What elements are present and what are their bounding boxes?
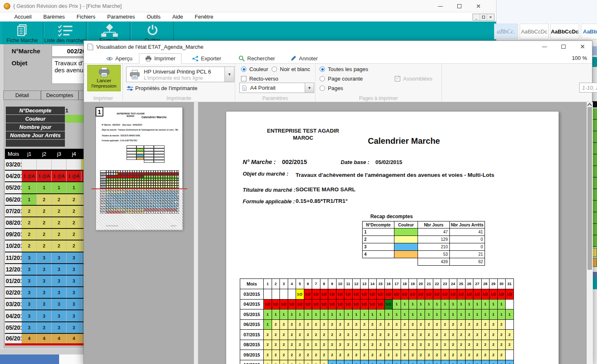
month-label: 06/2015 — [5, 194, 21, 205]
checkbox-assemblees[interactable]: Assemblées — [395, 76, 432, 82]
radio-couleur[interactable]: Couleur — [241, 66, 268, 72]
tab-decomptes[interactable]: Decomptes — [41, 90, 79, 100]
day-cell: 2 — [409, 340, 417, 350]
day-cell: 1 — [482, 300, 490, 310]
screen: { Gestion Révision des Prix } - [Fiche M… — [0, 0, 597, 364]
scrollbar-thumb[interactable] — [587, 107, 592, 270]
tab-apercu[interactable]: Aperçu — [100, 53, 138, 64]
day-cell: 1@ — [377, 300, 385, 310]
paper-format-value: A4 Portrait — [250, 85, 275, 91]
mdi-close-button[interactable]: ✕ — [487, 14, 494, 20]
day-cell: 2 — [337, 350, 345, 360]
day-cell: 2 — [272, 330, 280, 340]
column-header: j3 — [52, 149, 67, 159]
radio-page-courante[interactable]: Page courante — [320, 76, 363, 82]
day-cell: 2 — [37, 206, 51, 216]
menu-fenetre[interactable]: Fenêtre — [190, 12, 218, 20]
recap-total-row: 43962 — [363, 258, 485, 266]
tab-annoter[interactable]: Annoter — [284, 53, 324, 64]
dialog-tab-strip: Aperçu Imprimer Exporter Rechercher Anno… — [84, 52, 592, 64]
tab-imprimer[interactable]: Imprimer — [139, 53, 181, 64]
table-row: 06/2015122222222222222222222222222222 — [240, 320, 514, 330]
menu-fichiers[interactable]: Fichiers — [72, 12, 100, 20]
radio-noir-et-blanc[interactable]: Noir et blanc — [272, 66, 310, 72]
day-cell: 3 — [441, 360, 449, 364]
day-cell: 2 — [328, 320, 337, 330]
day-cell: 1 — [264, 309, 272, 320]
mdi-minimize-button[interactable]: _ — [473, 14, 480, 20]
app-close-button[interactable]: ✕ — [469, 0, 488, 12]
day-cell: 1 — [320, 309, 329, 320]
dialog-ribbon: Lancer l'impression Imprimer HP Universa… — [84, 64, 592, 102]
app-left-scrollbar[interactable] — [0, 44, 4, 348]
day-cell: 1 — [417, 309, 425, 320]
day-cell: 1 — [272, 309, 280, 320]
day-header: 20 — [417, 279, 425, 289]
day-cell: 2 — [312, 320, 320, 330]
table-row: 09/201522222 — [5, 229, 84, 240]
day-cell: 1 — [490, 309, 498, 320]
day-cell: 1 — [385, 309, 393, 320]
day-cell: 2 — [498, 320, 506, 330]
paper-dropdown-arrow[interactable]: ▼ — [305, 83, 314, 93]
day-cell: 1 — [498, 309, 506, 320]
tab-rechercher[interactable]: Rechercher — [233, 53, 281, 64]
thumbnail-recap-row — [127, 160, 165, 163]
day-cell: 1@ — [449, 289, 458, 300]
pages-range-input[interactable] — [579, 83, 597, 93]
page-thumbnail[interactable]: ENTREPRISE TEST AGADIR MAROC Calendrier … — [96, 107, 183, 230]
day-cell: 2 — [361, 340, 369, 350]
word-style-item-1[interactable]: aBbCc. — [494, 24, 518, 39]
printer-select[interactable]: HP Universal Printing PCL 6 L'imprimante… — [126, 67, 234, 82]
checkbox-recto-verso[interactable]: Recto-verso — [241, 76, 278, 82]
app-maximize-button[interactable] — [450, 0, 469, 12]
day-cell: 2 — [449, 330, 458, 340]
day-cell: 3 — [337, 360, 345, 364]
day-cell: 1@ — [433, 289, 442, 300]
launch-print-button[interactable]: Lancer l'impression — [87, 65, 121, 91]
dialog-maximize-button[interactable] — [554, 41, 573, 52]
paper-format-select[interactable]: A4 Portrait ▼ — [239, 83, 314, 93]
thumbnail-hatch-overlay — [96, 189, 183, 231]
day-cell: 1@ — [304, 289, 313, 300]
tab-detail[interactable]: Détail — [3, 90, 41, 100]
toolbar-liste-marches-button[interactable]: Liste des marches — [44, 21, 86, 44]
menu-accueil[interactable]: Accueil — [9, 12, 36, 20]
column-header: N°Decompte — [362, 221, 394, 228]
day-cell: 3 — [433, 360, 442, 364]
day-header: 21 — [425, 279, 433, 289]
app-minimize-button[interactable]: — — [431, 0, 450, 12]
menu-baremes[interactable]: Barèmes — [38, 12, 70, 20]
word-style-item-2[interactable]: AaBbCcDc — [520, 24, 549, 39]
word-style-item-3[interactable]: AaBbCcDc — [550, 24, 579, 39]
radio-pages[interactable]: Pages — [320, 85, 343, 91]
dialog-minimize-button[interactable]: — — [535, 41, 554, 52]
month-label: 06/2016 — [5, 334, 21, 343]
panel-splitter[interactable] — [194, 102, 198, 364]
menu-parametres[interactable]: Parametres — [102, 12, 140, 20]
printer-dropdown-arrow[interactable]: ▼ — [224, 67, 234, 82]
day-cell: 2 — [22, 240, 36, 251]
table-row: 03/201633333 — [5, 299, 84, 310]
day-cell: 3 — [401, 360, 409, 364]
radio-toutes-les-pages[interactable]: Toutes les pages — [320, 66, 368, 72]
day-cell: 2 — [52, 206, 66, 216]
day-header: 15 — [377, 279, 385, 289]
day-cell: 2 — [449, 320, 458, 330]
table-row: 07/201522222 — [5, 206, 84, 217]
tab-exporter[interactable]: Exporter — [186, 53, 227, 64]
word-style-item-4[interactable]: AaBbC — [581, 24, 597, 39]
printer-properties-link[interactable]: Propriétés de l'imprimante — [127, 85, 198, 91]
month-label: 04/2015 — [5, 171, 21, 181]
day-cell: 1 — [37, 182, 51, 193]
preview-scrollbar[interactable] — [587, 102, 593, 364]
toolbar-fiche-marche-button[interactable]: Fiche Marche — [1, 21, 43, 44]
menu-outils[interactable]: Outils — [142, 12, 165, 20]
dialog-close-button[interactable]: ✕ — [573, 41, 592, 52]
day-cell: 3 — [52, 299, 66, 309]
search-icon — [239, 55, 245, 62]
menu-aide[interactable]: Aide — [167, 12, 188, 20]
mdi-restore-button[interactable] — [480, 14, 487, 20]
day-cell: 3 — [506, 360, 514, 364]
print-preview-dialog: Visualisation de l'état ETAT_Agenda_Marc… — [84, 40, 592, 364]
